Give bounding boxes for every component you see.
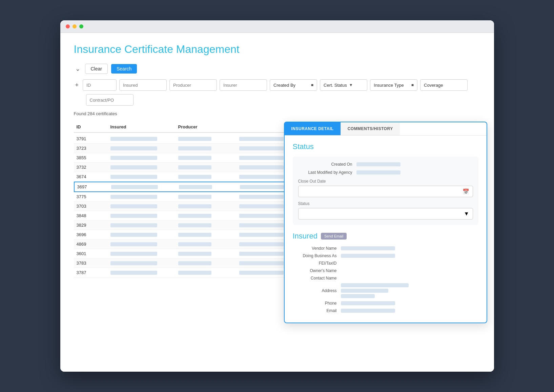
close-dot[interactable]: [66, 24, 70, 28]
status-dropdown-section: Status ▼: [298, 201, 473, 220]
close-out-date-input[interactable]: 📅: [298, 186, 473, 197]
cell-id: 4869: [74, 242, 108, 247]
cell-insured: [108, 233, 176, 237]
created-by-label: Created By: [273, 83, 295, 88]
address-bar-2: [341, 289, 388, 293]
search-button[interactable]: Search: [111, 64, 137, 74]
cell-insured: [108, 252, 176, 256]
email-row: Email: [293, 308, 478, 313]
address-label: Address: [293, 288, 337, 293]
cell-producer: [176, 165, 237, 169]
expand-dot[interactable]: [79, 24, 83, 28]
insurer-filter[interactable]: [220, 79, 267, 91]
cell-insured: [108, 185, 176, 189]
contract-po-filter[interactable]: [86, 94, 134, 106]
detail-panel: INSURANCE DETAIL COMMENTS/HISTORY Status…: [284, 122, 487, 323]
closeout-section: Close Out Date 📅: [298, 179, 473, 197]
cell-producer: [176, 156, 237, 160]
detail-tabs: INSURANCE DETAIL COMMENTS/HISTORY: [285, 122, 487, 136]
address-value: [341, 283, 478, 298]
status-dropdown[interactable]: ▼: [298, 208, 473, 220]
cell-id: 3703: [74, 204, 108, 209]
id-filter[interactable]: [83, 79, 117, 91]
address-row: Address: [293, 283, 478, 298]
cell-producer: [176, 137, 237, 141]
cell-insured: [108, 165, 176, 169]
cell-insured: [108, 214, 176, 218]
cell-id: 3855: [74, 155, 108, 160]
collapse-button[interactable]: ⌄: [74, 64, 82, 74]
cell-insured: [108, 195, 176, 199]
tab-comments-history[interactable]: COMMENTS/HISTORY: [341, 122, 400, 135]
contact-name-label: Contact Name: [293, 276, 337, 281]
last-modified-label: Last Modified by Agency: [298, 170, 352, 175]
minimize-dot[interactable]: [73, 24, 77, 28]
email-label: Email: [293, 308, 337, 313]
main-content: Insurance Certificate Management ⌄ Clear…: [60, 33, 494, 372]
cell-producer: [176, 242, 237, 246]
cell-producer: [176, 195, 237, 199]
insured-header: Insured Send Email: [293, 232, 478, 241]
cell-insured: [108, 261, 176, 265]
clear-button[interactable]: Clear: [85, 64, 108, 74]
fei-taxid-label: FEI/TaxID: [293, 261, 337, 266]
cell-producer: [176, 233, 237, 237]
cell-producer: [176, 223, 237, 227]
send-email-button[interactable]: Send Email: [321, 233, 347, 240]
insured-filter[interactable]: [119, 79, 167, 91]
insurance-type-filter[interactable]: Insurance Type ■: [370, 79, 417, 91]
address-bar-1: [341, 283, 409, 287]
phone-row: Phone: [293, 301, 478, 306]
last-modified-row: Last Modified by Agency: [298, 170, 473, 175]
cell-producer: [176, 146, 237, 150]
vendor-name-value: [341, 246, 395, 250]
insured-section-title: Insured: [293, 232, 317, 241]
cell-id: 3723: [74, 146, 108, 151]
vendor-name-label: Vendor Name: [293, 246, 337, 251]
insurance-type-icon: ■: [411, 83, 414, 87]
created-by-icon: ■: [311, 83, 313, 87]
cell-insured: [108, 242, 176, 246]
cert-status-filter[interactable]: Cert. Status ▼: [320, 79, 367, 91]
add-filter-button[interactable]: +: [74, 80, 80, 90]
insurance-type-label: Insurance Type: [374, 83, 404, 88]
calendar-icon: 📅: [463, 188, 469, 195]
cert-status-label: Cert. Status: [324, 83, 347, 88]
cell-insured: [108, 175, 176, 179]
cell-insured: [108, 146, 176, 150]
doing-business-as-row: Doing Business As: [293, 253, 478, 258]
titlebar: [60, 20, 494, 33]
main-area: ID Insured Producer Created 3791 02/21/2…: [74, 122, 480, 277]
status-section-title: Status: [293, 142, 478, 151]
cell-insured: [108, 223, 176, 227]
owners-name-value: [341, 269, 395, 273]
status-field-label: Status: [298, 201, 473, 206]
filter-row-1: + Created By ■ Cert. Status ▼ Insurance …: [74, 79, 480, 91]
cell-id: 3674: [74, 174, 108, 179]
cell-insured: [108, 204, 176, 208]
cell-id: 3787: [74, 270, 108, 275]
cell-producer: [176, 252, 237, 256]
tab-insurance-detail[interactable]: INSURANCE DETAIL: [285, 122, 341, 135]
status-dropdown-arrow: ▼: [464, 211, 469, 217]
col-header-producer: Producer: [176, 124, 237, 129]
detail-body: Status Created On Last Modified by Agenc…: [285, 136, 487, 323]
cell-id: 3697: [75, 184, 108, 189]
cell-id: 3791: [74, 136, 108, 141]
last-modified-value: [356, 170, 401, 174]
cell-id: 3848: [74, 213, 108, 218]
results-count: Found 284 certificates: [74, 111, 480, 116]
created-by-filter[interactable]: Created By ■: [270, 79, 317, 91]
cell-producer: [176, 261, 237, 265]
coverage-filter[interactable]: Coverage: [420, 79, 468, 91]
created-on-row: Created On: [298, 162, 473, 167]
cell-id: 3696: [74, 232, 108, 237]
created-on-label: Created On: [298, 162, 352, 167]
cell-id: 3601: [74, 251, 108, 256]
cell-id: 3732: [74, 165, 108, 170]
producer-filter[interactable]: [169, 79, 217, 91]
filter-row-2: [74, 94, 480, 106]
cell-insured: [108, 271, 176, 275]
cell-producer: [176, 204, 237, 208]
coverage-label: Coverage: [424, 83, 443, 88]
